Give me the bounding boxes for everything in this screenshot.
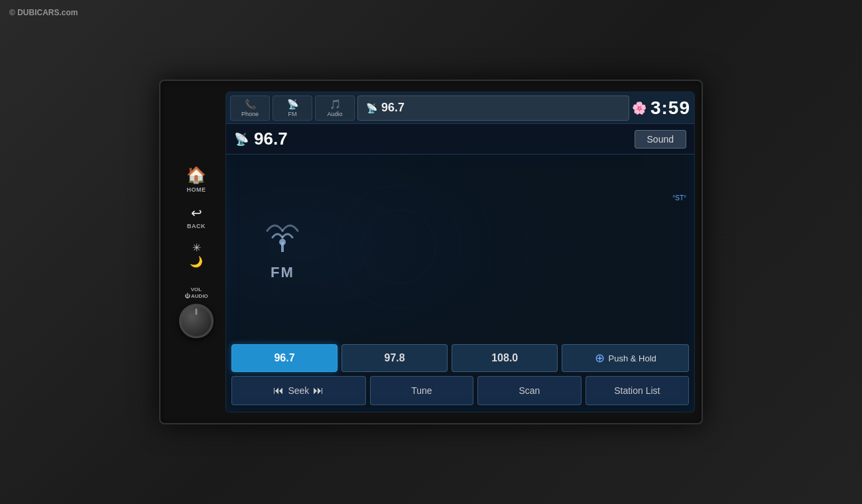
infotainment-screen: 📞 Phone 📡 FM 🎵 Audio 📡 96.7 🌸 3:5: [225, 92, 695, 412]
fm-display: FM: [259, 212, 306, 281]
home-label: HOME: [187, 186, 206, 193]
main-content: FM: [226, 155, 694, 339]
back-icon: ↩: [191, 205, 202, 221]
clock-display: 3:59: [650, 97, 690, 119]
current-station-freq: 96.7: [381, 101, 404, 115]
top-bar: 📞 Phone 📡 FM 🎵 Audio 📡 96.7 🌸 3:5: [226, 92, 694, 124]
watermark: © DUBICARS.com: [9, 8, 78, 17]
fm-text-label: FM: [271, 264, 294, 281]
preset-1-button[interactable]: 96.7: [231, 344, 338, 372]
station-freq-big: 96.7: [254, 129, 288, 149]
seek-button[interactable]: ⏮ Seek ⏭: [231, 376, 366, 405]
phone-icon: 📞: [245, 99, 256, 109]
fm-radio-icon: 📡: [234, 132, 249, 147]
fm-nav-label: FM: [288, 111, 297, 117]
push-hold-label: Push & Hold: [609, 353, 656, 363]
audio-icon: 🎵: [330, 99, 341, 109]
station-bar: 📡 96.7 Sound °ST°: [226, 124, 694, 155]
sound-button[interactable]: Sound: [635, 130, 686, 149]
car-frame: © DUBICARS.com 🏠 HOME ↩ BACK ✳ 🌙 VOL⏻ AU…: [0, 0, 862, 504]
seek-back-icon: ⏮: [273, 385, 284, 397]
current-fm-icon: 📡: [366, 103, 377, 113]
moon-icon[interactable]: 🌙: [190, 255, 203, 268]
push-hold-button[interactable]: ⊕ Push & Hold: [562, 344, 689, 372]
tune-button[interactable]: Tune: [370, 376, 473, 405]
phone-button[interactable]: 📞 Phone: [230, 95, 270, 121]
back-label: BACK: [187, 223, 206, 229]
side-controls: 🏠 HOME ↩ BACK ✳ 🌙 VOL⏻ AUDIO: [174, 159, 219, 346]
current-station-display: 📡 96.7: [357, 95, 629, 121]
infotainment-unit: 🏠 HOME ↩ BACK ✳ 🌙 VOL⏻ AUDIO 📞: [159, 80, 703, 424]
radio-tower-icon: [259, 212, 306, 259]
vol-knob-area: VOL⏻ AUDIO: [179, 286, 214, 339]
seek-forward-icon: ⏭: [313, 385, 324, 397]
phone-label: Phone: [241, 111, 259, 117]
clock-area: 🌸 3:59: [632, 97, 690, 119]
audio-button[interactable]: 🎵 Audio: [315, 95, 355, 121]
vol-label: VOL⏻ AUDIO: [184, 286, 208, 300]
preset-3-button[interactable]: 108.0: [452, 344, 558, 372]
preset-row: 96.7 97.8 108.0 ⊕ Push & Hold: [231, 344, 689, 372]
weather-icon: 🌸: [632, 101, 646, 115]
brightness-controls: ✳ 🌙: [190, 241, 203, 268]
volume-knob[interactable]: [179, 304, 214, 338]
station-list-button[interactable]: Station List: [585, 376, 689, 405]
svg-rect-7: [281, 242, 284, 252]
plus-icon: ⊕: [595, 351, 605, 365]
fm-nav-button[interactable]: 📡 FM: [273, 95, 312, 121]
fm-nav-icon: 📡: [287, 99, 298, 109]
brightness-icon[interactable]: ✳: [192, 241, 201, 254]
home-button[interactable]: 🏠 HOME: [186, 166, 206, 193]
home-icon: 🏠: [186, 166, 206, 184]
seek-label: Seek: [288, 385, 309, 396]
preset-2-button[interactable]: 97.8: [341, 344, 448, 372]
scan-button[interactable]: Scan: [477, 376, 581, 405]
audio-label: Audio: [327, 111, 342, 117]
bottom-controls: 96.7 97.8 108.0 ⊕ Push & Hold ⏮ Seek ⏭: [226, 339, 694, 412]
action-row: ⏮ Seek ⏭ Tune Scan Station List: [231, 376, 689, 405]
back-button[interactable]: ↩ BACK: [187, 205, 206, 229]
